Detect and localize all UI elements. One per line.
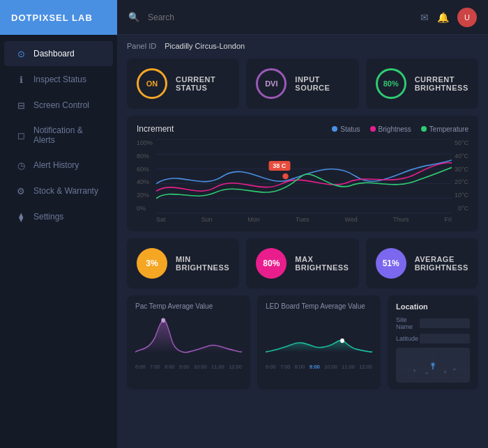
sidebar: DOTPIXSEL LAB ⊙ Dashboard ℹ Inspect Stat…: [0, 0, 117, 448]
map-area: [396, 348, 470, 383]
status-badge-value: DVI: [265, 79, 277, 88]
app-logo: DOTPIXSEL LAB: [0, 0, 117, 35]
status-cards-row: ON CURRENT STATUS DVI INPUT SOURCE 80% C…: [127, 59, 478, 109]
legend-status: Status: [332, 125, 360, 133]
settings-icon: ⧫: [15, 211, 26, 222]
max-brightness-label: MAX BRIGHTNESS: [295, 255, 349, 272]
alert-icon: ◷: [15, 160, 26, 171]
stock-icon: ⚙: [15, 185, 26, 196]
site-name-field: Site Name: [396, 316, 470, 330]
chart-x-labels: SatSunMonTuesWedThursFri: [156, 216, 452, 223]
svg-point-7: [161, 318, 165, 323]
brightness-card-avg: 51% AVERAGE BRIGHTNESS: [366, 238, 478, 288]
svg-point-8: [340, 339, 344, 343]
header: 🔍 ✉ 🔔 U: [117, 0, 488, 35]
site-name-input[interactable]: [420, 318, 470, 328]
status-card-label-0: CURRENT STATUS: [176, 75, 229, 92]
status-badge-brightness: 80%: [376, 68, 406, 99]
latitude-label: Latitude: [396, 335, 418, 342]
sidebar-item-label: Notification & Alerts: [33, 125, 102, 145]
pac-temp-title: Pac Temp Average Value: [135, 302, 242, 310]
svg-point-6: [282, 173, 288, 179]
search-input[interactable]: [148, 13, 412, 22]
pac-temp-time-labels: 6:007:008:009:0010:0011:0012:00: [135, 364, 242, 370]
sidebar-item-label: Dashboard: [33, 49, 75, 59]
sidebar-item-notifications[interactable]: ◻ Notification & Alerts: [4, 118, 113, 152]
min-brightness-label: MIN BRIGHTNESS: [176, 255, 229, 272]
pac-temp-chart: [135, 314, 242, 360]
min-brightness-value: 3%: [146, 258, 158, 268]
brightness-cards-row: 3% MIN BRIGHTNESS 80% MAX BRIGHTNESS 51%…: [127, 238, 478, 288]
max-brightness-badge: 80%: [256, 248, 287, 279]
pac-temp-card: Pac Temp Average Value 6:007:008:009:001…: [127, 295, 250, 389]
status-badge-value: ON: [146, 79, 158, 88]
sidebar-item-label: Screen Control: [33, 100, 89, 110]
avg-brightness-label: AVERAGE BRIGHTNESS: [415, 255, 468, 272]
status-card-0: ON CURRENT STATUS: [127, 59, 239, 109]
legend-temperature: Temperature: [421, 125, 468, 133]
content-area: Panel ID Picadilly Circus-London ON CURR…: [117, 35, 488, 448]
svg-point-21: [425, 372, 428, 375]
sidebar-item-label: Inspect Status: [33, 75, 86, 84]
notification-icon: ◻: [15, 130, 26, 141]
max-brightness-value: 80%: [263, 258, 280, 268]
inspect-icon: ℹ: [15, 74, 26, 85]
dashboard-icon: ⊙: [15, 48, 26, 59]
chart-svg: [156, 139, 452, 216]
svg-point-20: [413, 369, 416, 372]
status-card-label-2: CURRENT BRIGHTNESS: [415, 75, 468, 92]
sidebar-item-label: Stock & Warranty: [33, 186, 98, 196]
location-title: Location: [396, 302, 470, 311]
status-badge-on: ON: [137, 68, 167, 99]
svg-point-23: [453, 368, 456, 371]
panel-id-label: Panel ID: [127, 42, 156, 50]
main-content: 🔍 ✉ 🔔 U Panel ID Picadilly Circus-London…: [117, 0, 488, 448]
chart-legend: Status Brightness Temperature: [332, 125, 468, 133]
avatar[interactable]: U: [457, 8, 477, 27]
chart-canvas: 100%80%60%40%20%0% 50°C40°C30°C20°C10°C0…: [137, 139, 468, 223]
bell-icon[interactable]: 🔔: [437, 12, 449, 23]
panel-bar: Panel ID Picadilly Circus-London: [127, 42, 478, 50]
svg-point-22: [444, 371, 447, 373]
sidebar-item-stock[interactable]: ⚙ Stock & Warranty: [4, 178, 113, 203]
latitude-field: Latitude: [396, 334, 470, 343]
status-card-label-1: INPUT SOURCE: [295, 75, 349, 92]
status-badge-dvi: DVI: [256, 68, 287, 99]
search-icon: 🔍: [128, 12, 139, 22]
sidebar-item-settings[interactable]: ⧫ Settings: [4, 204, 113, 229]
svg-point-18: [432, 363, 434, 366]
chart-section: Increment Status Brightness Temperature …: [127, 116, 478, 231]
sidebar-item-alerts[interactable]: ◷ Alert History: [4, 153, 113, 178]
sidebar-item-inspect[interactable]: ℹ Inspect Status: [4, 67, 113, 92]
sidebar-item-screen[interactable]: ⊟ Screen Control: [4, 93, 113, 118]
status-badge-value: 80%: [383, 79, 399, 88]
brightness-card-max: 80% MAX BRIGHTNESS: [246, 238, 358, 288]
avg-brightness-value: 51%: [383, 258, 399, 268]
status-card-2: 80% CURRENT BRIGHTNESS: [366, 59, 478, 109]
chart-header: Increment Status Brightness Temperature: [137, 124, 468, 134]
header-icons: ✉ 🔔 U: [420, 8, 477, 27]
brightness-card-min: 3% MIN BRIGHTNESS: [127, 238, 239, 288]
bottom-row: Pac Temp Average Value 6:007:008:009:001…: [127, 295, 478, 389]
status-card-1: DVI INPUT SOURCE: [246, 59, 358, 109]
map-svg: [396, 349, 470, 381]
mail-icon[interactable]: ✉: [420, 12, 429, 23]
sidebar-item-label: Alert History: [33, 160, 79, 170]
location-card: Location Site Name Latitude: [388, 295, 478, 389]
latitude-input[interactable]: [420, 334, 470, 343]
chart-y-labels-right: 50°C40°C30°C20°C10°C0°C: [452, 139, 468, 212]
avg-brightness-badge: 51%: [376, 248, 406, 279]
screen-icon: ⊟: [15, 100, 26, 111]
sidebar-item-dashboard[interactable]: ⊙ Dashboard: [4, 41, 113, 66]
legend-brightness: Brightness: [370, 125, 411, 133]
led-temp-card: LED Board Temp Average Value 6:007:008:0…: [257, 295, 381, 389]
led-temp-chart: [266, 314, 372, 360]
led-temp-time-labels: 6:007:008:009:0010:0011:0012:00: [266, 364, 372, 370]
min-brightness-badge: 3%: [137, 248, 167, 279]
chart-title: Increment: [137, 124, 174, 134]
chart-y-labels: 100%80%60%40%20%0%: [137, 139, 156, 212]
led-temp-title: LED Board Temp Average Value: [266, 302, 372, 310]
site-name-label: Site Name: [396, 316, 420, 330]
panel-location: Picadilly Circus-London: [165, 42, 245, 50]
sidebar-item-label: Settings: [33, 212, 63, 222]
